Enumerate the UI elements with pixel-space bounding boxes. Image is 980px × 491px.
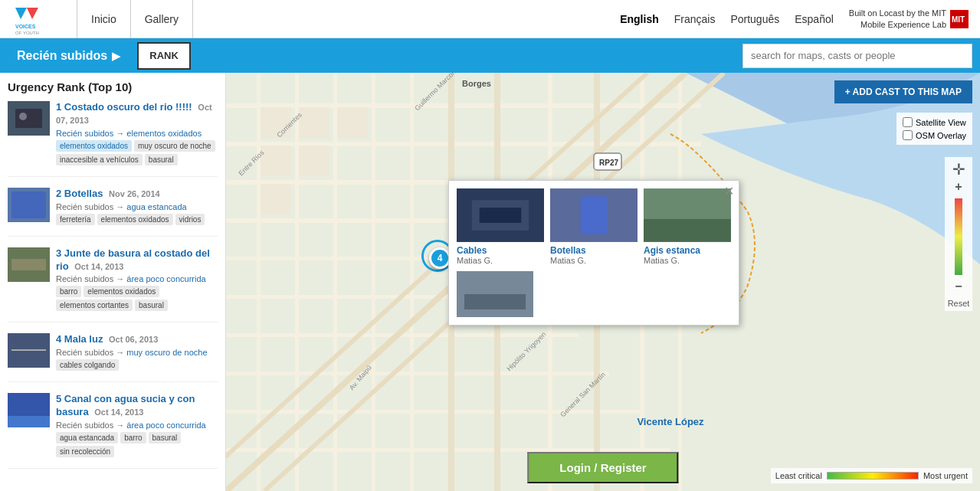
blue-bar: Recién subidos ▶ RANK (0, 38, 980, 73)
recien-button[interactable]: Recién subidos ▶ (8, 42, 129, 70)
zoom-out-button[interactable]: − (955, 278, 962, 295)
lang-francais[interactable]: Français (674, 13, 716, 25)
svg-marker-0 (15, 8, 27, 19)
map-container[interactable]: RP27 RP27 Borges Quinta Presidencial de … (226, 73, 980, 491)
main-layout: Urgency Rank (Top 10) 1 Costado oscuro d… (0, 73, 980, 491)
rank-button[interactable]: RANK (137, 42, 191, 70)
rank-content-2: 2 Botellas Nov 26, 2014 Recién subidos →… (56, 188, 218, 225)
svg-rect-45 (299, 107, 329, 138)
svg-rect-16 (8, 416, 50, 427)
search-bar (742, 44, 972, 68)
rank-path-4: Recién subidos → muy oscuro de noche (56, 348, 218, 357)
svg-rect-33 (372, 73, 375, 491)
logo-area: VOICES OF YOUTH (11, 4, 54, 34)
rank-path-1: Recién subidos → elementos oxidados (56, 129, 218, 138)
rank-thumb-2 (8, 188, 50, 222)
rank-tags-4: cables colgando (56, 359, 218, 371)
rank-tags-1: elementos oxidados muy oscuro de noche i… (56, 140, 218, 165)
satellite-view-toggle[interactable]: Satellite View (903, 117, 966, 127)
list-item: 3 Junte de basura al costado del rio Oct… (8, 247, 218, 323)
popup-item-2[interactable]: Botellas Matias G. (550, 188, 637, 265)
rank-content-4: 4 Mala luz Oct 06, 2013 Recién subidos →… (56, 333, 218, 371)
main-nav: Inicio Gallery (77, 0, 193, 38)
satellite-label: Satellite View (916, 118, 966, 127)
svg-rect-67 (480, 208, 522, 223)
svg-text:Borges: Borges (462, 79, 491, 88)
svg-rect-47 (261, 146, 291, 176)
rank-tags-5: agua estancada barro basural sin recolec… (56, 432, 218, 457)
osm-label: OSM Overlay (916, 131, 966, 140)
compass-icon[interactable]: ✛ (952, 160, 965, 178)
sidebar-title: Urgency Rank (Top 10) (8, 80, 218, 93)
rank-title-5[interactable]: 5 Canal con agua sucia y con basura Oct … (56, 393, 218, 419)
rank-tags-3: barro elementos oxidados elementos corta… (56, 286, 218, 311)
zoom-in-button[interactable]: + (955, 178, 962, 195)
popup-item-1[interactable]: Cables Matias G. (457, 188, 544, 265)
popup-close-button[interactable]: ✕ (724, 184, 734, 198)
svg-rect-7 (15, 109, 42, 128)
svg-text:VOICES: VOICES (15, 24, 36, 29)
built-by-text: Built on Locast by the MITMobile Experie… (849, 8, 946, 30)
popup-bottom-thumb (457, 271, 533, 317)
header-right: Built on Locast by the MITMobile Experie… (849, 8, 969, 30)
rank-thumb-1 (8, 101, 50, 136)
popup-item-3[interactable]: Agis estanca Matias G. (644, 188, 731, 265)
satellite-checkbox[interactable] (903, 117, 913, 127)
popup-thumb-3 (644, 188, 731, 242)
rank-title-3[interactable]: 3 Junte de basura al costado del rio Oct… (56, 247, 218, 273)
add-cast-button[interactable]: + ADD CAST TO THIS MAP (834, 80, 972, 103)
popup-bottom (457, 271, 731, 317)
search-input[interactable] (742, 44, 972, 68)
lang-espanol[interactable]: Español (795, 13, 834, 25)
legend: Least critical Most urgent (771, 468, 972, 483)
svg-marker-1 (27, 8, 38, 19)
rank-thumb-4 (8, 333, 50, 368)
most-urgent-label: Most urgent (923, 471, 968, 480)
rank-title-2[interactable]: 2 Botellas Nov 26, 2014 (56, 188, 218, 201)
popup-author-3: Matias G. (644, 256, 731, 265)
svg-rect-34 (410, 73, 414, 491)
rank-title-4[interactable]: 4 Mala luz Oct 06, 2013 (56, 333, 218, 346)
svg-rect-71 (644, 219, 731, 242)
svg-text:OF YOUTH: OF YOUTH (15, 31, 39, 34)
osm-checkbox[interactable] (903, 130, 913, 140)
map-type-controls: Satellite View OSM Overlay (896, 113, 972, 145)
nav-gallery[interactable]: Gallery (131, 0, 193, 38)
header: VOICES OF YOUTH Inicio Gallery English F… (0, 0, 980, 38)
svg-rect-46 (337, 107, 368, 138)
rank-title-1[interactable]: 1 Costado oscuro del rio !!!!! Oct 07, 2… (56, 101, 218, 127)
nav-inicio[interactable]: Inicio (77, 0, 131, 38)
map-popup: ✕ Cables Matias G. Botellas Matias G. (448, 180, 739, 326)
chevron-right-icon: ▶ (112, 50, 120, 62)
popup-grid: Cables Matias G. Botellas Matias G. Agis… (457, 188, 731, 265)
svg-rect-48 (299, 146, 329, 176)
popup-title-3: Agis estanca (644, 245, 731, 256)
svg-text:RP27: RP27 (599, 159, 618, 167)
lang-portugues[interactable]: Português (730, 13, 779, 25)
lang-nav: English Français Português Español (620, 13, 834, 25)
map-nav: ✛ + − Reset (945, 157, 972, 311)
svg-text:Vicente López: Vicente López (637, 416, 704, 427)
rank-content-3: 3 Junte de basura al costado del rio Oct… (56, 247, 218, 312)
reset-button[interactable]: Reset (948, 299, 970, 308)
osm-overlay-toggle[interactable]: OSM Overlay (903, 130, 966, 140)
logo-icon: VOICES OF YOUTH (11, 4, 50, 34)
rank-path-3: Recién subidos → área poco concurrida (56, 274, 218, 283)
rank-thumb-5 (8, 393, 50, 427)
map-pin[interactable]: 4 (429, 247, 451, 269)
popup-thumb-1 (457, 188, 544, 242)
svg-rect-28 (226, 410, 640, 414)
svg-point-8 (19, 113, 27, 120)
svg-rect-69 (581, 196, 608, 234)
zoom-slider[interactable] (955, 198, 962, 275)
svg-rect-10 (11, 191, 46, 218)
sidebar: Urgency Rank (Top 10) 1 Costado oscuro d… (0, 73, 226, 491)
svg-rect-49 (261, 184, 291, 214)
popup-thumb-2 (550, 188, 637, 242)
svg-rect-12 (11, 259, 46, 270)
mit-logo: MIT (950, 10, 969, 28)
lang-english[interactable]: English (620, 13, 659, 25)
login-register-button[interactable]: Login / Register (527, 452, 678, 483)
svg-rect-73 (464, 294, 526, 309)
popup-author-2: Matias G. (550, 256, 637, 265)
